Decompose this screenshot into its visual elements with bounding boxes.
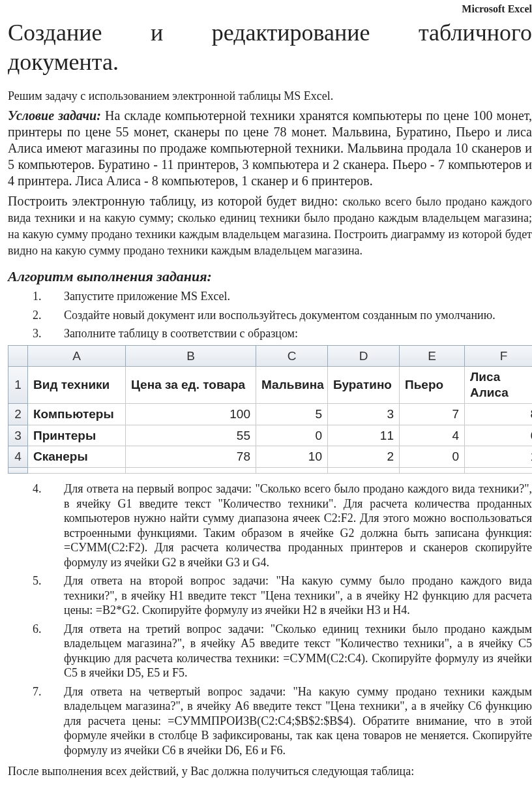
page-title: Создание и редактирование табличного док… xyxy=(8,18,532,77)
excel-cell: 0 xyxy=(256,425,328,446)
excel-cell xyxy=(465,468,533,474)
excel-rowhdr: 3 xyxy=(8,425,28,446)
excel-corner xyxy=(8,345,28,367)
excel-cell xyxy=(126,468,256,474)
algorithm-step: 7.Для ответа на четвертый вопрос задачи:… xyxy=(33,684,532,758)
task-condition: Условие задачи: На складе компьютерной т… xyxy=(8,108,532,189)
page-header-app: Microsoft Excel xyxy=(8,3,532,16)
excel-cell: 8 xyxy=(465,403,533,425)
step-number: 4. xyxy=(33,481,64,570)
excel-row: 1Вид техникиЦена за ед. товараМальвинаБу… xyxy=(8,367,533,404)
excel-cell xyxy=(28,468,126,474)
excel-cell: Вид техники xyxy=(28,367,126,404)
excel-cell: 6 xyxy=(465,425,533,446)
excel-cell: 1 xyxy=(465,446,533,468)
excel-cell: Лиса Алиса xyxy=(465,367,533,404)
excel-colhdr: A xyxy=(28,345,126,367)
excel-rowhdr: 2 xyxy=(8,403,28,425)
excel-cell: 10 xyxy=(256,446,328,468)
excel-colhdr: E xyxy=(400,345,465,367)
algorithm-step: 3.Заполните таблицу в соответствии с обр… xyxy=(33,326,532,341)
excel-cell: 11 xyxy=(328,425,400,446)
algorithm-step: 5.Для ответа на второй вопрос задачи: "Н… xyxy=(33,573,532,618)
excel-cell: 5 xyxy=(256,403,328,425)
excel-cell: 2 xyxy=(328,446,400,468)
step-number: 2. xyxy=(33,308,64,323)
algorithm-step: 1.Запустите приложение MS Excel. xyxy=(33,289,532,304)
build-lead: Построить электронную таблицу, из которо… xyxy=(8,194,342,208)
step-number: 5. xyxy=(33,573,64,618)
step-number: 7. xyxy=(33,684,64,758)
excel-colhdr: D xyxy=(328,345,400,367)
excel-cell: Сканеры xyxy=(28,446,126,468)
step-number: 1. xyxy=(33,289,64,304)
excel-cell: 55 xyxy=(126,425,256,446)
step-text: Создайте новый документ или воспользуйте… xyxy=(64,308,532,323)
excel-cell: Буратино xyxy=(328,367,400,404)
title-line1: Создание и редактирование табличного xyxy=(8,18,532,48)
excel-cell: 7 xyxy=(400,403,465,425)
excel-cell: 4 xyxy=(400,425,465,446)
excel-cell: Принтеры xyxy=(28,425,126,446)
algorithm-step: 2.Создайте новый документ или воспользуй… xyxy=(33,308,532,323)
algorithm-step: 4.Для ответа на первый вопрос задачи: "С… xyxy=(33,481,532,570)
intro-text: Решим задачу с использованием электронно… xyxy=(8,89,532,104)
title-line2: документа. xyxy=(8,48,532,77)
algorithm-title: Алгоритм выполнения задания: xyxy=(8,267,532,286)
step-number: 3. xyxy=(33,326,64,341)
excel-cell: 78 xyxy=(126,446,256,468)
excel-colhdr: F xyxy=(465,345,533,367)
excel-cell: 0 xyxy=(400,446,465,468)
excel-sample-table: A B C D E F 1Вид техникиЦена за ед. това… xyxy=(8,345,532,474)
after-text: После выполнения всех действий, у Вас до… xyxy=(8,764,532,779)
step-text: Для ответа на второй вопрос задачи: "На … xyxy=(64,573,532,618)
algorithm-step: 6.Для ответа на третий вопрос задачи: "С… xyxy=(33,622,532,680)
excel-cell xyxy=(400,468,465,474)
excel-cell: Пьеро xyxy=(400,367,465,404)
excel-cell: Цена за ед. товара xyxy=(126,367,256,404)
step-number: 6. xyxy=(33,622,64,680)
step-text: Для ответа на третий вопрос задачи: "Ско… xyxy=(64,622,532,680)
excel-cell: Компьютеры xyxy=(28,403,126,425)
excel-rowhdr: 1 xyxy=(8,367,28,404)
step-text: Запустите приложение MS Excel. xyxy=(64,289,532,304)
excel-colhdr: C xyxy=(256,345,328,367)
excel-cell: 3 xyxy=(328,403,400,425)
excel-cell: 100 xyxy=(126,403,256,425)
excel-cell xyxy=(328,468,400,474)
step-text: Заполните таблицу в соответствии с образ… xyxy=(64,326,532,341)
task-build: Построить электронную таблицу, из которо… xyxy=(8,193,532,258)
excel-col-header-row: A B C D E F xyxy=(8,345,533,367)
excel-cell: Мальвина xyxy=(256,367,328,404)
condition-label: Условие задачи: xyxy=(8,108,101,123)
step-text: Для ответа на первый вопрос задачи: "Ско… xyxy=(64,481,532,570)
excel-row: 4Сканеры7810201 xyxy=(8,446,533,468)
excel-cell xyxy=(256,468,328,474)
excel-row xyxy=(8,468,533,474)
excel-rowhdr: 4 xyxy=(8,446,28,468)
excel-rowhdr xyxy=(8,468,28,474)
step-text: Для ответа на четвертый вопрос задачи: "… xyxy=(64,684,532,758)
excel-row: 3Принтеры5501146 xyxy=(8,425,533,446)
excel-row: 2Компьютеры1005378 xyxy=(8,403,533,425)
excel-colhdr: B xyxy=(126,345,256,367)
